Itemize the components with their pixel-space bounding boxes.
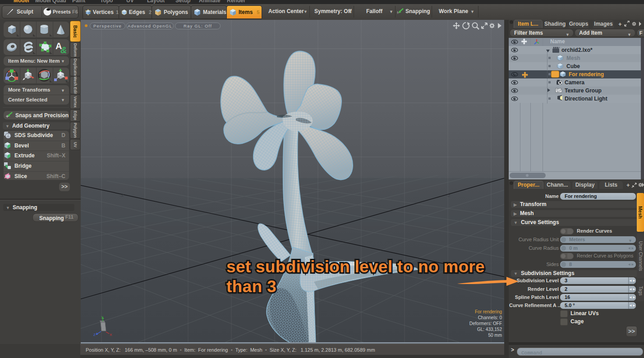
svg-text:Mesh: Mesh — [566, 55, 580, 61]
svg-text:Y: Y — [101, 315, 104, 319]
svg-text:-X: -X — [120, 193, 124, 198]
svg-text:For rendering: For rendering — [569, 71, 604, 78]
svg-text:Directional Light: Directional Light — [565, 96, 607, 102]
svg-text:Cube: Cube — [566, 63, 580, 69]
svg-text:Texture Group: Texture Group — [565, 87, 602, 94]
svg-text:&: & — [60, 45, 67, 55]
svg-text:-Z: -Z — [446, 193, 451, 198]
svg-text:orchid2.lxo*: orchid2.lxo* — [561, 47, 593, 53]
svg-text:Z: Z — [93, 333, 96, 337]
svg-text:Camera: Camera — [565, 79, 584, 86]
svg-text:X: X — [110, 333, 112, 337]
